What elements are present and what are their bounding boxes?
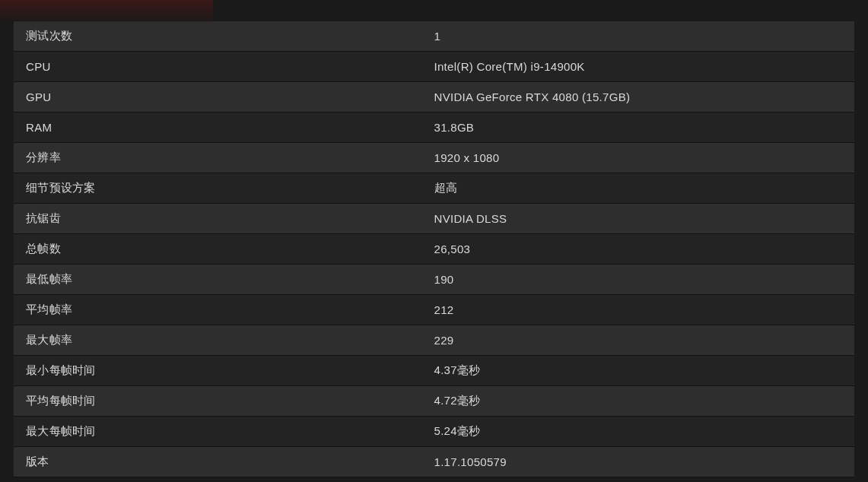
row-label-antialiasing: 抗锯齿: [14, 211, 434, 226]
row-label-max-fps: 最大帧率: [14, 333, 434, 347]
row-value-min-fps: 190: [434, 273, 855, 286]
row-value-detail-preset: 超高: [434, 181, 855, 195]
row-value-max-fps: 229: [434, 334, 855, 347]
table-row: RAM 31.8GB: [14, 113, 854, 143]
table-row: 细节预设方案 超高: [14, 173, 854, 204]
table-row: 最大每帧时间 5.24毫秒: [14, 417, 854, 447]
table-row: 最小每帧时间 4.37毫秒: [14, 356, 854, 386]
table-row: 总帧数 26,503: [14, 234, 854, 265]
row-label-ram: RAM: [14, 121, 434, 134]
row-label-detail-preset: 细节预设方案: [14, 181, 434, 195]
row-value-resolution: 1920 x 1080: [434, 151, 855, 164]
table-row: 平均每帧时间 4.72毫秒: [14, 386, 854, 417]
row-value-test-count: 1: [434, 30, 855, 43]
row-value-antialiasing: NVIDIA DLSS: [434, 212, 855, 225]
table-row: CPU Intel(R) Core(TM) i9-14900K: [14, 52, 854, 82]
table-row: GPU NVIDIA GeForce RTX 4080 (15.7GB): [14, 82, 854, 113]
row-value-ram: 31.8GB: [434, 121, 855, 134]
row-value-avg-frametime: 4.72毫秒: [434, 394, 855, 408]
row-value-max-frametime: 5.24毫秒: [434, 424, 855, 439]
row-value-gpu: NVIDIA GeForce RTX 4080 (15.7GB): [434, 90, 855, 103]
row-label-resolution: 分辨率: [14, 151, 434, 165]
table-row: 分辨率 1920 x 1080: [14, 143, 854, 173]
row-label-test-count: 测试次数: [14, 29, 434, 43]
table-row: 版本 1.17.1050579: [14, 447, 854, 477]
row-label-cpu: CPU: [14, 60, 434, 73]
row-label-max-frametime: 最大每帧时间: [14, 424, 434, 439]
row-label-avg-fps: 平均帧率: [14, 303, 434, 317]
table-row: 测试次数 1: [14, 21, 854, 52]
row-value-cpu: Intel(R) Core(TM) i9-14900K: [434, 60, 855, 73]
benchmark-results-panel: 测试次数 1 CPU Intel(R) Core(TM) i9-14900K G…: [0, 0, 868, 482]
row-value-version: 1.17.1050579: [434, 455, 855, 468]
table-row: 抗锯齿 NVIDIA DLSS: [14, 204, 854, 234]
row-value-min-frametime: 4.37毫秒: [434, 363, 855, 378]
benchmark-table: 测试次数 1 CPU Intel(R) Core(TM) i9-14900K G…: [14, 21, 854, 477]
table-row: 平均帧率 212: [14, 295, 854, 325]
table-row: 最低帧率 190: [14, 265, 854, 295]
row-label-total-frames: 总帧数: [14, 242, 434, 256]
row-label-gpu: GPU: [14, 90, 434, 103]
row-label-min-frametime: 最小每帧时间: [14, 363, 434, 378]
row-label-avg-frametime: 平均每帧时间: [14, 394, 434, 408]
row-label-min-fps: 最低帧率: [14, 272, 434, 287]
table-row: 最大帧率 229: [14, 325, 854, 356]
row-label-version: 版本: [14, 455, 434, 469]
row-value-total-frames: 26,503: [434, 243, 855, 255]
row-value-avg-fps: 212: [434, 303, 855, 316]
